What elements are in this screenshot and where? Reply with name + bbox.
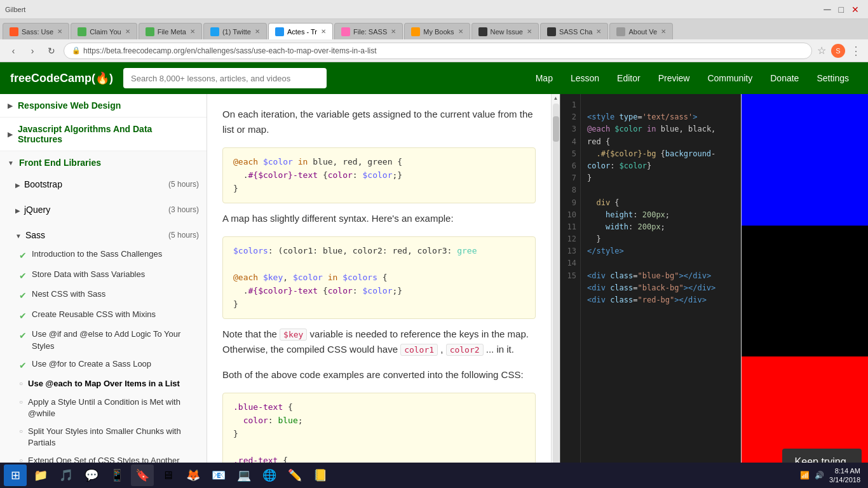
taskbar-icon-8[interactable]: 📧 — [207, 464, 230, 486]
tab-close-button[interactable]: ✕ — [57, 28, 62, 35]
taskbar-icon-12[interactable]: 📒 — [309, 464, 332, 486]
sidebar-frontend-header[interactable]: ▼ Front End Libraries — [0, 151, 207, 174]
lesson-para-1: On each iteration, the variable gets ass… — [222, 107, 536, 137]
tab-close-button[interactable]: ✕ — [125, 28, 130, 35]
arrow-icon: ▼ — [8, 159, 14, 166]
nav-link-map[interactable]: Map — [527, 62, 562, 94]
browser-icon: 🦊 — [186, 468, 200, 482]
code-editor[interactable]: <style type='text/sass'> @each $color in… — [581, 94, 741, 488]
tab-close-button[interactable]: ✕ — [391, 28, 396, 35]
browser-tab[interactable]: My Books✕ — [404, 23, 470, 39]
sidebar-responsive-header[interactable]: ▶ Responsive Web Design — [0, 94, 207, 117]
tab-close-button[interactable]: ✕ — [527, 28, 532, 35]
maximize-button[interactable]: □ — [839, 4, 844, 15]
sidebar-item-while[interactable]: ○ Apply a Style Until a Condition is Met… — [0, 393, 207, 423]
scrollbar-track[interactable] — [553, 104, 559, 478]
browser-tab[interactable]: File Meta✕ — [139, 23, 202, 39]
extension-icon[interactable]: S — [831, 44, 845, 58]
tab-close-button[interactable]: ✕ — [661, 28, 666, 35]
sidebar-item-intro-sass[interactable]: ✔ Introduction to the Sass Challenges — [0, 245, 207, 266]
browser-tab[interactable]: About Ve✕ — [609, 23, 673, 39]
url-box[interactable]: 🔒 https://beta.freecodecamp.org/en/chall… — [64, 43, 812, 59]
sidebar-item-each[interactable]: ○ Use @each to Map Over Items in a List — [0, 375, 207, 393]
nav-link-editor[interactable]: Editor — [608, 62, 649, 94]
tab-close-button[interactable]: ✕ — [596, 28, 601, 35]
taskbar-icon-9[interactable]: 💻 — [233, 464, 255, 486]
browser-tab[interactable]: Claim You✕ — [71, 23, 137, 39]
vertical-scrollbar[interactable]: ▲ ▼ — [551, 94, 560, 488]
bookmark-icon[interactable]: ☆ — [817, 44, 826, 57]
search-input[interactable] — [123, 68, 327, 88]
tab-favicon — [411, 27, 420, 36]
nav-link-donate[interactable]: Donate — [761, 62, 808, 94]
refresh-button[interactable]: ↻ — [44, 44, 58, 58]
taskbar-icon-6[interactable]: 🖥 — [156, 464, 179, 486]
code-icon: 💻 — [237, 468, 251, 482]
bookmark-icon: 🔖 — [135, 468, 149, 482]
menu-icon[interactable]: ⋮ — [850, 44, 862, 58]
browser-tab[interactable]: New Issue✕ — [471, 23, 539, 39]
line-numbers: 12345 678910 1112131415 — [560, 94, 581, 488]
tab-close-button[interactable]: ✕ — [255, 28, 260, 35]
taskbar-icon-10[interactable]: 🌐 — [258, 464, 281, 486]
jquery-header[interactable]: ▶jQuery (3 hours) — [0, 200, 207, 220]
start-button[interactable]: ⊞ — [4, 464, 27, 486]
scrollbar-thumb[interactable] — [553, 116, 559, 142]
nav-link-settings[interactable]: Settings — [808, 62, 858, 94]
tab-favicon — [547, 27, 556, 36]
sidebar-item-if-else[interactable]: ✔ Use @if and @else to Add Logic To Your… — [0, 325, 207, 355]
browser-tab[interactable]: Sass: Use✕ — [3, 23, 69, 39]
forward-button[interactable]: › — [25, 44, 39, 58]
lesson-scroll[interactable]: On each iteration, the variable gets ass… — [207, 94, 551, 488]
item-label: Store Data with Sass Variables — [32, 269, 145, 280]
sidebar: ▶ Responsive Web Design ▶ Javascript Alg… — [0, 94, 207, 488]
sidebar-item-nest-css[interactable]: ✔ Nest CSS with Sass — [0, 285, 207, 306]
preview-black-block — [742, 226, 868, 357]
circle-icon: ○ — [19, 427, 23, 436]
sidebar-subsection-jquery: ▶jQuery (3 hours) — [0, 200, 207, 225]
main-layout: ▶ Responsive Web Design ▶ Javascript Alg… — [0, 94, 868, 488]
sidebar-js-header[interactable]: ▶ Javascript Algorithms And Data Structu… — [0, 118, 207, 151]
item-label: Use @if and @else to Add Logic To Your S… — [32, 329, 199, 351]
taskbar-icon-7[interactable]: 🦊 — [182, 464, 205, 486]
close-button[interactable]: ✕ — [851, 4, 859, 15]
volume-icon: 🔊 — [815, 471, 824, 480]
fcc-navbar: freeCodeCamp(🔥) MapLessonEditorPreviewCo… — [0, 62, 868, 94]
taskbar-icon-2[interactable]: 🎵 — [55, 464, 78, 486]
tab-close-button[interactable]: ✕ — [321, 28, 326, 35]
sass-header[interactable]: ▼Sass (5 hours) — [0, 225, 207, 245]
nav-link-preview[interactable]: Preview — [649, 62, 699, 94]
bootstrap-header[interactable]: ▶Bootstrap (5 hours) — [0, 174, 207, 194]
check-icon: ✔ — [19, 250, 27, 262]
taskbar-icon-1[interactable]: 📁 — [29, 464, 52, 486]
nav-link-lesson[interactable]: Lesson — [562, 62, 608, 94]
sidebar-item-for-loop[interactable]: ✔ Use @for to Create a Sass Loop — [0, 355, 207, 376]
minimize-button[interactable]: ─ — [824, 4, 831, 15]
terminal-icon: 🖥 — [162, 469, 173, 482]
taskbar-clock: 8:14 AM 3/14/2018 — [829, 466, 860, 485]
tab-label: File: SASS — [353, 28, 387, 36]
taskbar-icon-3[interactable]: 💬 — [80, 464, 103, 486]
tab-label: My Books — [423, 28, 454, 36]
tab-close-button[interactable]: ✕ — [458, 28, 463, 35]
time-display: 8:14 AM — [829, 466, 860, 475]
browser-tab[interactable]: (1) Twitte✕ — [203, 23, 267, 39]
preview-blue-block — [742, 94, 868, 226]
tab-favicon — [275, 27, 284, 36]
taskbar-icon-4[interactable]: 📱 — [105, 464, 128, 486]
browser-tab[interactable]: File: SASS✕ — [334, 23, 403, 39]
back-button[interactable]: ‹ — [6, 44, 20, 58]
browser-tab[interactable]: Actes - Tr✕ — [268, 23, 333, 39]
check-icon: ✔ — [19, 330, 27, 342]
nav-link-community[interactable]: Community — [698, 62, 761, 94]
scroll-up-btn[interactable]: ▲ — [552, 94, 560, 102]
tab-favicon — [146, 27, 154, 36]
browser-tab[interactable]: SASS Cha✕ — [540, 23, 609, 39]
check-icon: ✔ — [19, 290, 27, 302]
sidebar-item-mixins[interactable]: ✔ Create Reusable CSS with Mixins — [0, 306, 207, 326]
taskbar-icon-5[interactable]: 🔖 — [131, 464, 154, 486]
sidebar-item-store-data[interactable]: ✔ Store Data with Sass Variables — [0, 266, 207, 286]
sidebar-item-partials[interactable]: ○ Split Your Styles into Smaller Chunks … — [0, 423, 207, 452]
tab-close-button[interactable]: ✕ — [190, 28, 195, 35]
taskbar-icon-11[interactable]: ✏️ — [283, 464, 306, 486]
